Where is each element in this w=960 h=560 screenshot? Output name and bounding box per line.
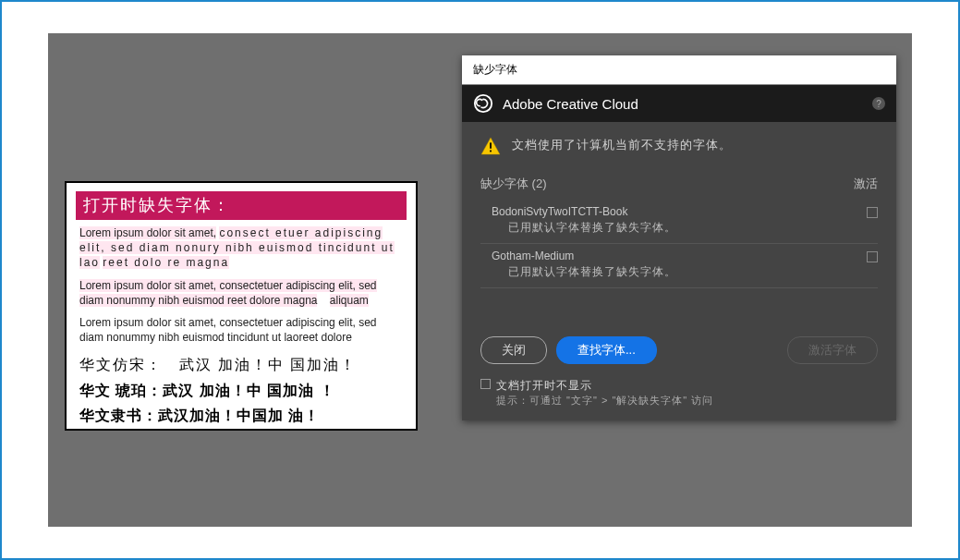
dont-show-checkbox[interactable] [480, 379, 491, 389]
doc-chinese-samples: 华文仿宋： 武汉 加油！中 国加油！ 华文 琥珀：武汉 加油！中 国加油 ！ 华… [79, 352, 403, 428]
creative-cloud-band: Adobe Creative Cloud ? [462, 85, 896, 122]
font-substitution-note: 已用默认字体替换了缺失字体。 [508, 264, 867, 280]
font-name: Gotham-Medium [492, 250, 867, 262]
font-item: Gotham-Medium 已用默认字体替换了缺失字体。 [480, 244, 878, 288]
warning-icon [480, 137, 501, 155]
activate-checkbox[interactable] [867, 207, 878, 218]
find-fonts-button[interactable]: 查找字体... [556, 336, 657, 364]
warning-text: 文档使用了计算机当前不支持的字体。 [512, 137, 732, 153]
svg-point-0 [475, 95, 492, 112]
creative-cloud-title: Adobe Creative Cloud [503, 96, 638, 112]
doc-paragraph-1: Lorem ipsum dolor sit amet, consect etue… [79, 225, 403, 271]
document-body: Lorem ipsum dolor sit amet, consect etue… [76, 220, 407, 428]
svg-rect-1 [490, 142, 492, 148]
svg-rect-2 [490, 151, 492, 152]
help-button[interactable]: ? [872, 97, 885, 110]
missing-fonts-dialog: 缺少字体 Adobe Creative Cloud ? 文档使用了计算机当前不支… [462, 55, 896, 420]
dont-show-label: 文档打开时不显示 [496, 377, 592, 394]
cn-line-fangsong: 华文仿宋： 武汉 加油！中 国加油！ [79, 352, 403, 377]
font-item: BodoniSvtyTwoITCTT-Book 已用默认字体替换了缺失字体。 [480, 200, 878, 244]
activate-checkbox[interactable] [867, 251, 878, 262]
font-name: BodoniSvtyTwoITCTT-Book [492, 205, 867, 218]
document-preview: 打开时缺失字体： Lorem ipsum dolor sit amet, con… [65, 181, 418, 431]
warning-row: 文档使用了计算机当前不支持的字体。 [480, 137, 878, 155]
close-button[interactable]: 关闭 [480, 336, 547, 364]
doc-paragraph-2: Lorem ipsum dolor sit amet, consectetuer… [79, 278, 403, 308]
doc-paragraph-3: Lorem ipsum dolor sit amet, consectetuer… [79, 315, 403, 345]
font-list-header: 缺少字体 (2) 激活 [480, 176, 878, 192]
document-header: 打开时缺失字体： [76, 191, 407, 220]
creative-cloud-icon [473, 93, 493, 114]
list-header-label: 缺少字体 (2) [480, 176, 547, 192]
dialog-body: 文档使用了计算机当前不支持的字体。 缺少字体 (2) 激活 BodoniSvty… [462, 122, 896, 420]
app-canvas: 打开时缺失字体： Lorem ipsum dolor sit amet, con… [48, 33, 912, 527]
cn-line-hupo: 华文 琥珀：武汉 加油！中 国加油 ！ [79, 378, 403, 403]
button-row: 关闭 查找字体... 激活字体 [480, 336, 878, 364]
dialog-titlebar[interactable]: 缺少字体 [462, 55, 896, 85]
activate-fonts-button: 激活字体 [787, 336, 878, 364]
font-substitution-note: 已用默认字体替换了缺失字体。 [508, 220, 867, 236]
activate-header-label: 激活 [854, 176, 878, 192]
hint-text: 提示：可通过 "文字" > "解决缺失字体" 访问 [496, 394, 878, 408]
cn-line-lishu: 华文隶书：武汉加油！中国加 油！ [79, 403, 403, 428]
dont-show-option: 文档打开时不显示 [480, 377, 878, 394]
